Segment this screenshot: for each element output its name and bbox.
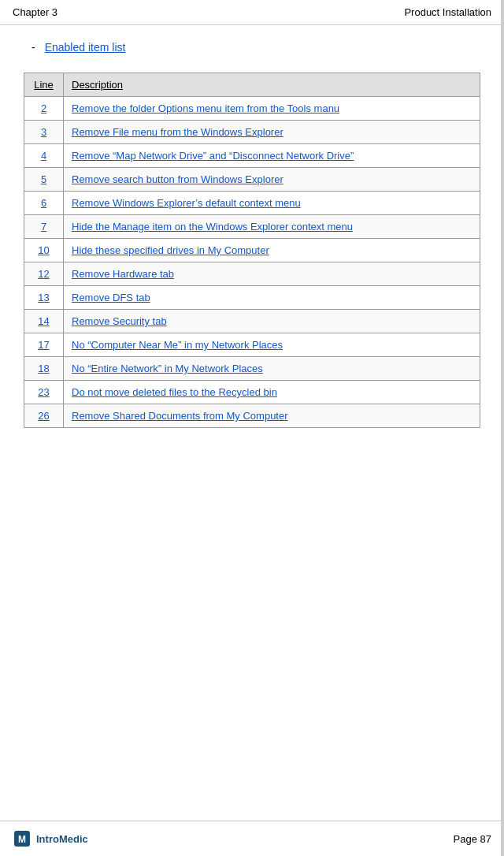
line-column-header: Line (24, 73, 64, 97)
line-number-cell[interactable]: 7 (24, 215, 64, 239)
enabled-item-section: - Enabled item list (24, 41, 480, 54)
table-row: 4Remove “Map Network Drive” and “Disconn… (24, 144, 480, 168)
line-number-cell[interactable]: 12 (24, 262, 64, 286)
line-number-cell[interactable]: 17 (24, 333, 64, 357)
description-column-header: Description (64, 73, 480, 97)
description-cell[interactable]: Remove Security tab (64, 310, 480, 333)
table-row: 7Hide the Manage item on the Windows Exp… (24, 215, 480, 239)
line-number-cell[interactable]: 6 (24, 192, 64, 215)
page-footer: M IntroMedic Page 87 (0, 821, 504, 856)
line-number-cell[interactable]: 23 (24, 381, 64, 404)
description-cell[interactable]: Remove Windows Explorer’s default contex… (64, 192, 480, 215)
page-title: Product Installation (404, 6, 491, 18)
svg-text:M: M (18, 834, 26, 845)
line-number-cell[interactable]: 10 (24, 239, 64, 262)
line-number-cell[interactable]: 5 (24, 168, 64, 192)
description-cell[interactable]: No “Entire Network” in My Network Places (64, 357, 480, 381)
table-row: 18No “Entire Network” in My Network Plac… (24, 357, 480, 381)
description-cell[interactable]: Remove Shared Documents from My Computer (64, 404, 480, 428)
table-row: 17No “Computer Near Me” in my Network Pl… (24, 333, 480, 357)
description-cell[interactable]: Remove the folder Options menu item from… (64, 97, 480, 121)
dash-symbol: - (32, 41, 35, 54)
footer-logo: M IntroMedic (13, 829, 88, 848)
page-header: Chapter 3 Product Installation (0, 0, 504, 25)
table-row: 3Remove File menu from the Windows Explo… (24, 121, 480, 144)
table-row: 12Remove Hardware tab (24, 262, 480, 286)
description-cell[interactable]: Remove DFS tab (64, 286, 480, 310)
line-number-cell[interactable]: 4 (24, 144, 64, 168)
description-cell[interactable]: Hide the Manage item on the Windows Expl… (64, 215, 480, 239)
line-number-cell[interactable]: 18 (24, 357, 64, 381)
line-number-cell[interactable]: 3 (24, 121, 64, 144)
enabled-item-link[interactable]: Enabled item list (45, 41, 126, 54)
table-row: 10Hide these specified drives in My Comp… (24, 239, 480, 262)
chapter-label: Chapter 3 (13, 6, 57, 18)
description-cell[interactable]: Remove search button from Windows Explor… (64, 168, 480, 192)
items-table: Line Description 2Remove the folder Opti… (24, 73, 480, 428)
table-row: 13Remove DFS tab (24, 286, 480, 310)
line-number-cell[interactable]: 13 (24, 286, 64, 310)
right-border-decoration (501, 0, 504, 856)
line-number-cell[interactable]: 26 (24, 404, 64, 428)
description-cell[interactable]: Do not move deleted files to the Recycle… (64, 381, 480, 404)
description-cell[interactable]: Remove File menu from the Windows Explor… (64, 121, 480, 144)
logo-text: IntroMedic (36, 833, 88, 845)
table-row: 2Remove the folder Options menu item fro… (24, 97, 480, 121)
table-row: 23Do not move deleted files to the Recyc… (24, 381, 480, 404)
line-number-cell[interactable]: 2 (24, 97, 64, 121)
table-row: 6Remove Windows Explorer’s default conte… (24, 192, 480, 215)
table-row: 26Remove Shared Documents from My Comput… (24, 404, 480, 428)
table-row: 5Remove search button from Windows Explo… (24, 168, 480, 192)
description-cell[interactable]: Hide these specified drives in My Comput… (64, 239, 480, 262)
description-cell[interactable]: Remove “Map Network Drive” and “Disconne… (64, 144, 480, 168)
page-number: Page 87 (454, 833, 491, 845)
description-cell[interactable]: Remove Hardware tab (64, 262, 480, 286)
line-number-cell[interactable]: 14 (24, 310, 64, 333)
table-header-row: Line Description (24, 73, 480, 97)
intromedic-logo-icon: M (13, 829, 32, 848)
table-row: 14Remove Security tab (24, 310, 480, 333)
description-cell[interactable]: No “Computer Near Me” in my Network Plac… (64, 333, 480, 357)
main-content: - Enabled item list Line Description 2Re… (0, 25, 504, 444)
